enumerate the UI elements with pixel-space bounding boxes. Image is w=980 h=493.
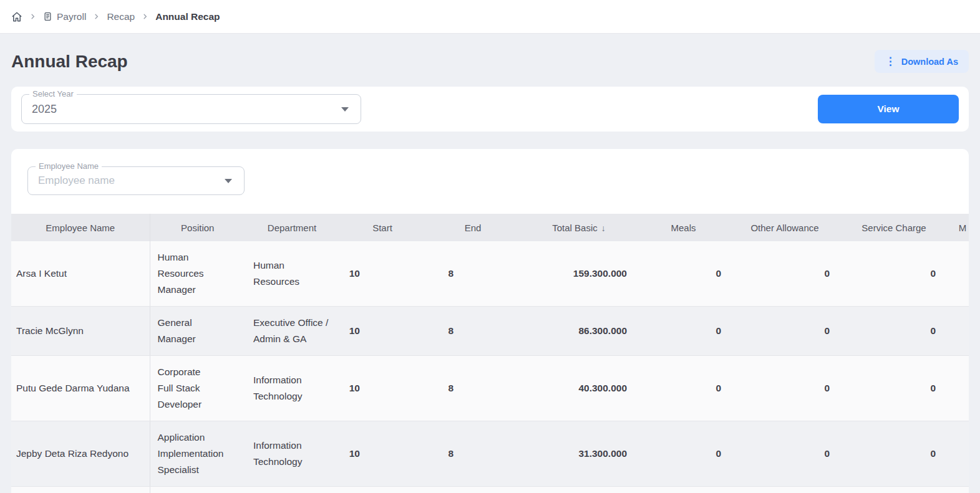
breadcrumb-item-recap[interactable]: Recap: [107, 11, 135, 22]
cell-employee-name: Putu Gede Darma Yudana: [11, 356, 150, 421]
cell-m-truncated: [947, 241, 969, 307]
breadcrumb-item-payroll[interactable]: Payroll: [43, 11, 86, 22]
chevron-right-icon: [29, 13, 36, 20]
chevron-right-icon: [142, 13, 148, 20]
cell-other-allowance: 0: [729, 356, 841, 421]
cell-department: Information Technology: [245, 356, 339, 421]
home-icon[interactable]: [11, 11, 22, 22]
cell-employee-name: Jepby Deta Riza Redyono: [11, 421, 150, 487]
cell-employee-name: Arsa I Ketut: [11, 241, 150, 307]
select-year-value: 2025: [32, 103, 57, 116]
cell-total-basic: 28.300.000: [520, 487, 638, 493]
cell-end: 8: [426, 307, 520, 356]
cell-end: 8: [426, 241, 520, 307]
cell-meals: 0: [638, 421, 729, 487]
cell-service-charge: 0: [841, 356, 947, 421]
chevron-right-icon: [93, 13, 100, 20]
breadcrumb-item-annual-recap: Annual Recap: [155, 11, 220, 22]
column-header-start[interactable]: Start: [339, 214, 426, 241]
select-year-dropdown[interactable]: Select Year 2025: [21, 94, 361, 124]
table-row[interactable]: Jepby Deta Riza Redyono Application Impl…: [11, 421, 969, 487]
cell-position: Application Implementation Specialist: [150, 421, 245, 487]
cell-meals: 0: [638, 241, 729, 307]
cell-start: 10: [339, 421, 426, 487]
year-filter-card: Select Year 2025 View: [11, 87, 969, 132]
cell-start: 10: [339, 241, 426, 307]
cell-service-charge: 0: [841, 307, 947, 356]
page-title: Annual Recap: [11, 52, 128, 72]
cell-m-truncated: [947, 487, 969, 493]
column-header-m-truncated[interactable]: M: [947, 214, 969, 241]
column-header-other-allowance[interactable]: Other Allowance: [729, 214, 841, 241]
recap-table-card: Employee Name Employee Name Position Dep…: [11, 149, 969, 493]
table-row[interactable]: Tristan Pradita PostgreSQL Database Info…: [11, 487, 969, 493]
cell-employee-name: Tristan Pradita: [11, 487, 150, 493]
cell-meals: 0: [638, 487, 729, 493]
breadcrumb-label-payroll: Payroll: [57, 11, 86, 22]
column-header-total-basic[interactable]: Total Basic↓: [520, 214, 638, 241]
select-year-label: Select Year: [29, 89, 77, 98]
cell-meals: 0: [638, 307, 729, 356]
cell-department: Human Resources: [245, 241, 339, 307]
annual-recap-table: Employee Name Position Department Start …: [11, 214, 969, 493]
payroll-icon: [43, 11, 52, 22]
cell-department: Information Technology: [245, 421, 339, 487]
cell-total-basic: 86.300.000: [520, 307, 638, 356]
table-row[interactable]: Arsa I Ketut Human Resources Manager Hum…: [11, 241, 969, 307]
cell-position: Corporate Full Stack Developer: [150, 356, 245, 421]
breadcrumb: Payroll Recap Annual Recap: [0, 0, 980, 34]
cell-meals: 0: [638, 356, 729, 421]
cell-position: Human Resources Manager: [150, 241, 245, 307]
column-header-position[interactable]: Position: [150, 214, 245, 241]
page-header: Annual Recap ⋮ Download As: [11, 50, 969, 73]
column-header-end[interactable]: End: [426, 214, 520, 241]
cell-end: 8: [426, 356, 520, 421]
cell-position: General Manager: [150, 307, 245, 356]
cell-service-charge: 0: [841, 421, 947, 487]
cell-start: 10: [339, 487, 426, 493]
cell-end: 9: [426, 487, 520, 493]
employee-name-dropdown[interactable]: Employee Name: [27, 166, 245, 195]
table-body: Arsa I Ketut Human Resources Manager Hum…: [11, 241, 969, 493]
table-row[interactable]: Putu Gede Darma Yudana Corporate Full St…: [11, 356, 969, 421]
cell-total-basic: 31.300.000: [520, 421, 638, 487]
column-header-service-charge[interactable]: Service Charge: [841, 214, 947, 241]
download-as-button[interactable]: ⋮ Download As: [875, 50, 969, 73]
download-as-label: Download As: [901, 57, 958, 67]
main-content: Annual Recap ⋮ Download As Select Year 2…: [0, 50, 980, 493]
cell-total-basic: 159.300.000: [520, 241, 638, 307]
cell-start: 10: [339, 307, 426, 356]
cell-end: 8: [426, 421, 520, 487]
kebab-menu-icon: ⋮: [885, 56, 896, 67]
cell-total-basic: 40.300.000: [520, 356, 638, 421]
cell-other-allowance: 0: [729, 241, 841, 307]
column-header-department[interactable]: Department: [245, 214, 339, 241]
table-header-row: Employee Name Position Department Start …: [11, 214, 969, 241]
chevron-down-icon: [225, 179, 232, 183]
column-header-employee-name[interactable]: Employee Name: [11, 214, 150, 241]
chevron-down-icon: [341, 107, 349, 112]
table-row[interactable]: Tracie McGlynn General Manager Executive…: [11, 307, 969, 356]
cell-m-truncated: [947, 421, 969, 487]
cell-m-truncated: [947, 356, 969, 421]
cell-service-charge: 0: [841, 241, 947, 307]
cell-other-allowance: 0: [729, 421, 841, 487]
cell-employee-name: Tracie McGlynn: [11, 307, 150, 356]
cell-department: Executive Office / Admin & GA: [245, 307, 339, 356]
employee-name-input[interactable]: [38, 175, 206, 187]
column-header-meals[interactable]: Meals: [638, 214, 729, 241]
employee-name-label: Employee Name: [36, 161, 102, 171]
cell-position: PostgreSQL Database: [150, 487, 245, 493]
cell-start: 10: [339, 356, 426, 421]
cell-m-truncated: [947, 307, 969, 356]
cell-other-allowance: 0: [729, 487, 841, 493]
view-button[interactable]: View: [818, 95, 959, 123]
cell-other-allowance: 0: [729, 307, 841, 356]
cell-department: Information Technology: [245, 487, 339, 493]
cell-service-charge: 0: [841, 487, 947, 493]
sort-descending-icon[interactable]: ↓: [601, 223, 606, 233]
